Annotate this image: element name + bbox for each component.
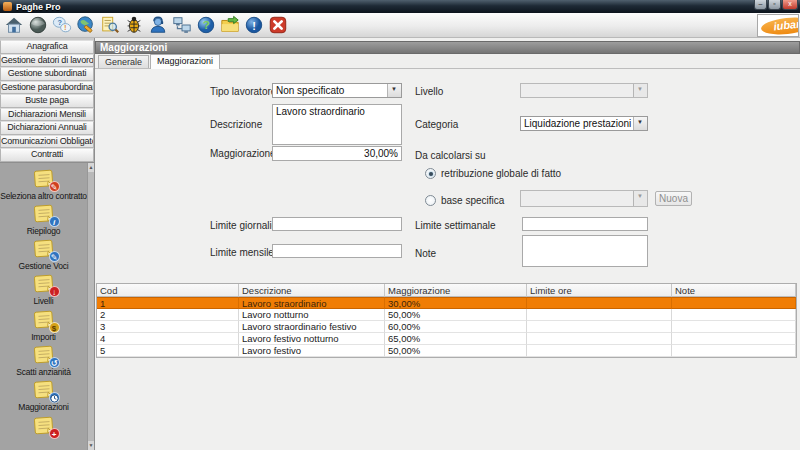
column-header-note[interactable]: Note <box>672 284 796 297</box>
tab-maggiorazioni[interactable]: Maggiorazioni <box>150 54 220 69</box>
cell-cod: 1 <box>97 297 239 309</box>
sidebar-item-anagrafica[interactable]: Anagrafica <box>0 40 94 54</box>
table-row[interactable]: 1 Lavoro straordinario 30,00% <box>97 297 796 309</box>
note-textarea[interactable] <box>522 235 648 267</box>
tipo-lavoratore-select[interactable]: Non specificato <box>272 83 402 98</box>
tabbar: Generale Maggiorazioni <box>95 54 800 69</box>
bug-icon[interactable] <box>122 14 146 37</box>
chevron-down-icon <box>633 191 647 206</box>
radio-retribuzione-globale[interactable]: retribuzione globale di fatto <box>425 168 561 179</box>
cell-descrizione: Lavoro festivo <box>239 345 385 357</box>
sidebar-item-buste-paga[interactable]: Buste paga <box>0 94 94 108</box>
panel-item-riepilogo[interactable]: i Riepilogo <box>1 203 87 238</box>
cell-cod: 4 <box>97 333 239 345</box>
limite-giornaliero-input[interactable] <box>272 217 402 231</box>
coin-badge: $ <box>49 322 60 333</box>
column-header-cod[interactable]: Cod <box>97 284 239 297</box>
cell-limite-ore <box>527 321 672 333</box>
network-icon[interactable] <box>170 14 194 37</box>
panel-item-livelli[interactable]: ↓ Livelli <box>1 273 87 308</box>
panel-item-label: Maggiorazioni <box>18 402 68 412</box>
panel-scrollbar[interactable]: ▲ ▼ <box>87 163 94 450</box>
column-header-limite-ore[interactable]: Limite ore <box>527 284 672 297</box>
iubar-logo: iubar <box>757 14 799 37</box>
question-bubbles-icon[interactable]: ?! <box>50 14 74 37</box>
maggiorazione-input[interactable] <box>272 146 402 161</box>
globe-gray-icon[interactable] <box>26 14 50 37</box>
cell-maggiorazione: 60,00% <box>385 321 527 333</box>
table-row[interactable]: 2 Lavoro notturno 50,00% <box>97 309 796 321</box>
descrizione-textarea[interactable]: Lavoro straordinario <box>272 104 402 145</box>
panel-item-seleziona-contratto[interactable]: ✎ Seleziona altro contratto <box>1 168 87 203</box>
sidebar-item-dichiarazioni-mensili[interactable]: Dichiarazioni Mensili <box>0 108 94 122</box>
nuova-button[interactable]: Nuova <box>655 191 692 206</box>
limite-settimanale-input[interactable] <box>522 217 648 231</box>
close-button[interactable]: x <box>782 0 798 10</box>
help-icon[interactable]: ? <box>194 14 218 37</box>
cell-note <box>672 345 796 357</box>
panel-item-label: Scatti anzianità <box>16 367 70 377</box>
toolbar: ?! ? ! iubar <box>0 13 800 38</box>
table-row[interactable]: 4 Lavoro festivo notturno 65,00% <box>97 333 796 345</box>
app-window: Paghe Pro – ▫ x ?! <box>0 0 800 450</box>
panel-item-add[interactable]: + <box>1 415 87 450</box>
cell-descrizione: Lavoro straordinario festivo <box>239 321 385 333</box>
home-icon[interactable] <box>2 14 26 37</box>
note-label: Note <box>415 248 436 259</box>
pen-badge: ✎ <box>49 251 60 262</box>
sidebar-item-gestione-subordinati[interactable]: Gestione subordinati <box>0 67 94 81</box>
plus-badge: + <box>49 428 60 439</box>
categoria-select[interactable]: Liquidazione prestazioni straordinarie <box>520 116 648 131</box>
limite-mensile-input[interactable] <box>272 244 402 258</box>
cell-maggiorazione: 50,00% <box>385 309 527 321</box>
exit-icon[interactable] <box>266 14 290 37</box>
main-area: Maggiorazioni Generale Maggiorazioni Tip… <box>95 38 800 450</box>
clock-badge <box>49 392 60 403</box>
radio-label: base specifica <box>441 195 504 206</box>
svg-text:!: ! <box>252 20 256 32</box>
sidebar-item-contratti[interactable]: Contratti <box>0 148 94 162</box>
user-support-icon[interactable] <box>146 14 170 37</box>
globe-edit-icon[interactable] <box>74 14 98 37</box>
sidebar-item-gestione-parasubordinati[interactable]: Gestione parasubordinati <box>0 81 94 95</box>
chevron-down-icon[interactable] <box>633 117 647 130</box>
folder-export-icon[interactable] <box>218 14 242 37</box>
table-header: Cod Descrizione Maggiorazione Limite ore… <box>97 284 796 297</box>
maximize-button[interactable]: ▫ <box>768 0 781 10</box>
table-row[interactable]: 3 Lavoro straordinario festivo 60,00% <box>97 321 796 333</box>
sidebar-item-gestione-datori[interactable]: Gestione datori di lavoro <box>0 54 94 68</box>
cell-cod: 3 <box>97 321 239 333</box>
radio-checked-icon[interactable] <box>425 168 436 179</box>
panel-item-gestione-voci[interactable]: ✎ Gestione Voci <box>1 238 87 273</box>
document-search-icon[interactable] <box>98 14 122 37</box>
svg-text:?: ? <box>203 18 210 32</box>
svg-text:!: ! <box>64 24 66 31</box>
column-header-descrizione[interactable]: Descrizione <box>239 284 385 297</box>
info-icon[interactable]: ! <box>242 14 266 37</box>
chevron-down-icon[interactable] <box>387 84 401 97</box>
base-specifica-select <box>520 190 648 207</box>
refresh-badge: ↺ <box>49 357 60 368</box>
note-levels-icon: ↓ <box>32 273 56 295</box>
column-header-maggiorazione[interactable]: Maggiorazione <box>385 284 527 297</box>
panel-item-importi[interactable]: $ Importi <box>1 309 87 344</box>
panel-item-scatti-anzianita[interactable]: ↺ Scatti anzianità <box>1 344 87 379</box>
scroll-down-icon[interactable]: ▼ <box>88 441 94 450</box>
cell-cod: 2 <box>97 309 239 321</box>
cell-descrizione: Lavoro festivo notturno <box>239 333 385 345</box>
sidebar-item-comunicazioni-obbligatorie[interactable]: Comunicazioni Obbligatorie <box>0 135 94 149</box>
panel-item-maggiorazioni[interactable]: Maggiorazioni <box>1 379 87 414</box>
cell-limite-ore <box>527 333 672 345</box>
table-row[interactable]: 5 Lavoro festivo 50,00% <box>97 345 796 357</box>
scroll-up-icon[interactable]: ▲ <box>88 163 94 172</box>
tipo-lavoratore-label: Tipo lavoratore <box>210 86 276 97</box>
iubar-logo-text: iubar <box>760 15 799 36</box>
radio-base-specifica[interactable]: base specifica <box>425 195 504 206</box>
tab-generale[interactable]: Generale <box>98 55 149 68</box>
note-edit-icon: ✎ <box>32 238 56 260</box>
minimize-button[interactable]: – <box>754 0 767 10</box>
radio-unchecked-icon[interactable] <box>425 195 436 206</box>
cell-descrizione: Lavoro straordinario <box>239 297 385 309</box>
sidebar-item-dichiarazioni-annuali[interactable]: Dichiarazioni Annuali <box>0 121 94 135</box>
cell-maggiorazione: 30,00% <box>385 297 527 309</box>
